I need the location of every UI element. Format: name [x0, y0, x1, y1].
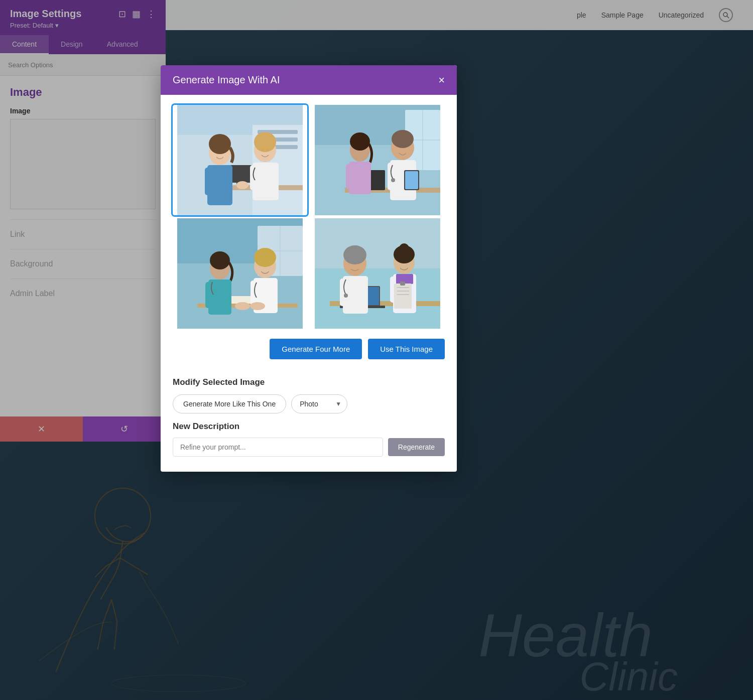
- image-cell-4[interactable]: [310, 218, 445, 329]
- modal-header: Generate Image With AI ×: [161, 65, 457, 95]
- regenerate-button[interactable]: Regenerate: [388, 438, 445, 456]
- svg-rect-16: [220, 168, 230, 195]
- modify-section: Modify Selected Image Generate More Like…: [161, 369, 457, 413]
- image-cell-3[interactable]: [173, 218, 307, 329]
- refine-prompt-input[interactable]: [173, 438, 383, 457]
- description-row: Regenerate: [173, 438, 445, 457]
- generate-four-more-button[interactable]: Generate Four More: [270, 339, 362, 359]
- modal-title: Generate Image With AI: [173, 74, 280, 86]
- use-this-image-button[interactable]: Use This Image: [368, 339, 445, 359]
- modal-close-button[interactable]: ×: [438, 75, 445, 86]
- svg-point-60: [235, 302, 250, 310]
- svg-rect-15: [205, 168, 215, 195]
- style-select[interactable]: Photo Illustration Digital Art: [291, 394, 347, 413]
- svg-rect-73: [356, 284, 365, 311]
- modify-title: Modify Selected Image: [173, 377, 445, 387]
- svg-point-61: [250, 302, 265, 310]
- svg-point-51: [210, 251, 230, 269]
- svg-point-17: [209, 134, 231, 154]
- ai-image-modal: Generate Image With AI ×: [161, 65, 457, 472]
- svg-rect-41: [405, 171, 418, 189]
- modal-action-buttons: Generate Four More Use This Image: [161, 339, 457, 369]
- svg-point-42: [391, 178, 395, 182]
- svg-rect-34: [346, 164, 355, 189]
- svg-rect-21: [267, 165, 276, 190]
- svg-point-22: [254, 132, 276, 152]
- modify-row: Generate More Like This One Photo Illust…: [173, 394, 445, 413]
- svg-rect-53: [205, 282, 214, 308]
- new-description-title: New Description: [173, 422, 445, 432]
- svg-point-36: [392, 130, 414, 148]
- new-description-section: New Description Regenerate: [161, 413, 457, 457]
- svg-rect-54: [221, 289, 228, 310]
- image-cell-1[interactable]: [173, 105, 307, 215]
- svg-point-70: [343, 245, 366, 264]
- image-grid: [161, 95, 457, 339]
- svg-point-23: [236, 181, 248, 189]
- svg-point-32: [350, 132, 370, 151]
- svg-point-77: [399, 243, 409, 253]
- generate-more-like-button[interactable]: Generate More Like This One: [173, 394, 286, 413]
- svg-rect-59: [268, 281, 276, 307]
- svg-rect-64: [315, 218, 440, 268]
- svg-point-74: [344, 294, 348, 298]
- image-cell-2[interactable]: [310, 105, 445, 215]
- style-select-wrapper: Photo Illustration Digital Art ▼: [291, 394, 347, 413]
- svg-point-56: [254, 248, 276, 267]
- svg-rect-83: [400, 282, 405, 286]
